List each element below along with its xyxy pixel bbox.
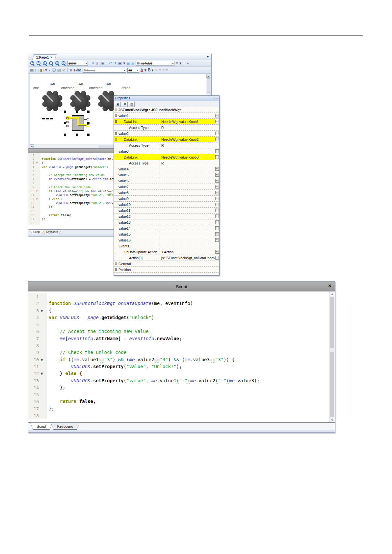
properties-title-bar[interactable]: Properties ▫ × <box>114 96 219 101</box>
pane-menu-arrow-icon[interactable]: ▼ <box>206 55 209 59</box>
property-value[interactable] <box>160 131 215 136</box>
property-name[interactable]: DataLink <box>114 137 160 142</box>
align-left-icon[interactable]: ≡ <box>159 68 161 72</box>
property-value[interactable] <box>160 225 215 231</box>
add-button[interactable]: + <box>215 232 219 236</box>
expand-icon[interactable]: ⊞ <box>115 268 117 271</box>
code-text[interactable]: // Check the unlock code <box>47 349 126 356</box>
tab-keyboard[interactable]: Keyboard <box>42 230 62 234</box>
code-text[interactable]: var vUNLOCK = page.getWidget("unlock") <box>47 314 154 321</box>
property-name[interactable]: DataLink <box>114 154 160 160</box>
more-tools-icon[interactable]: » <box>186 61 189 65</box>
vertical-scroll-thumb[interactable] <box>207 78 210 93</box>
add-button[interactable]: + <box>215 209 219 212</box>
remove-button[interactable]: - <box>215 138 219 141</box>
add-button[interactable]: + <box>215 167 219 171</box>
code-text[interactable]: // Check the unlock code <box>40 185 91 189</box>
property-value[interactable]: NeedleWgt.value:Knob2 <box>160 137 215 142</box>
property-value[interactable]: NeedleWgt.value:Knob3 <box>160 154 215 160</box>
selection-handle[interactable] <box>87 122 90 124</box>
code-text[interactable] <box>40 153 42 157</box>
property-value[interactable]: R <box>160 125 215 130</box>
add-button[interactable]: + <box>215 226 219 230</box>
fold-icon[interactable]: ∨ <box>41 307 47 314</box>
property-value[interactable] <box>160 243 215 249</box>
code-text[interactable]: }; <box>40 205 52 209</box>
property-value[interactable] <box>160 178 215 184</box>
property-name[interactable]: JSFunctBlockWgt : JSFunctBlockWgt <box>114 107 219 113</box>
add-button[interactable]: + <box>215 220 219 224</box>
add-property-icon[interactable]: ⊞ <box>122 102 128 107</box>
property-name[interactable]: value3 <box>114 148 160 154</box>
close-icon[interactable]: × <box>216 97 218 100</box>
remove-button[interactable]: - <box>215 155 219 159</box>
font-family-combo[interactable]: Tahoma▾ <box>83 68 126 73</box>
code-text[interactable] <box>47 412 49 419</box>
zoom-area-icon[interactable]: ▭ <box>55 61 60 66</box>
property-value[interactable] <box>160 190 215 195</box>
zoom-dynamic-icon[interactable]: ↺ <box>61 61 66 66</box>
property-name[interactable]: value13 <box>114 219 160 225</box>
resize-widget-icon[interactable]: + <box>183 61 185 65</box>
fill-color-icon[interactable]: ◧ <box>40 68 44 72</box>
code-text[interactable]: // Accept the incoming new value <box>47 328 148 335</box>
align-combo-icon[interactable]: ≡ <box>176 61 178 65</box>
property-value[interactable] <box>160 184 215 189</box>
code-text[interactable] <box>47 293 49 300</box>
property-value[interactable] <box>160 237 215 243</box>
property-name[interactable]: Action[0] <box>114 255 160 261</box>
code-text[interactable]: var vUNLOCK = page.getWidget("unlock") <box>40 165 108 169</box>
zoom-out-icon[interactable]: − <box>36 61 41 66</box>
property-value[interactable] <box>160 196 215 201</box>
property-name[interactable]: value12 <box>114 214 160 219</box>
code-text[interactable]: return false; <box>47 398 96 405</box>
add-button[interactable]: + <box>215 238 219 242</box>
zoom-in-icon[interactable]: + <box>30 61 35 66</box>
field-combo[interactable]: ▤#1 field1▾ <box>136 61 174 66</box>
remove-button[interactable]: - <box>215 256 219 260</box>
property-name[interactable]: value2 <box>114 131 160 136</box>
expand-icon[interactable]: ⊞ <box>115 262 117 265</box>
property-name[interactable]: Access Type <box>114 142 160 148</box>
selection-handle[interactable] <box>76 134 78 136</box>
close-icon[interactable]: × <box>328 283 331 289</box>
code-text[interactable]: function JSFunctBlockWgt_onDataUpdate(me… <box>47 300 193 307</box>
code-text[interactable]: { <box>40 161 43 165</box>
code-text[interactable]: vUNLOCK.setProperty("value", "Unlock!"); <box>40 193 125 197</box>
property-value[interactable]: NeedleWgt.value:Knob1 <box>160 119 215 124</box>
property-value[interactable] <box>160 113 215 118</box>
info-icon[interactable]: ⓘ <box>52 68 56 72</box>
property-name[interactable]: value1 <box>114 113 160 118</box>
collapse-icon[interactable]: ⊟ <box>115 108 117 112</box>
add-button[interactable]: + <box>215 173 219 177</box>
fold-icon[interactable]: ∨ <box>36 161 40 165</box>
shape-icon[interactable]: ▢ <box>35 68 39 72</box>
property-name[interactable]: value8 <box>114 190 160 195</box>
code-text[interactable] <box>47 391 49 398</box>
property-value[interactable] <box>160 202 215 207</box>
fold-icon[interactable]: ∨ <box>41 356 47 363</box>
collapse-icon[interactable]: ⊟ <box>115 114 117 117</box>
property-value[interactable]: 1 Action <box>160 249 215 255</box>
code-text[interactable]: vUNLOCK.setProperty("value", me.value1+"… <box>47 377 260 384</box>
code-text[interactable]: } else { <box>47 370 82 377</box>
property-value[interactable] <box>160 172 215 178</box>
property-name[interactable]: General <box>114 261 160 266</box>
add-button[interactable]: + <box>215 214 219 218</box>
show-all-properties-icon[interactable]: ▣ <box>115 102 121 107</box>
collapse-icon[interactable]: ⊟ <box>115 138 117 141</box>
collapse-icon[interactable]: ⊟ <box>115 250 117 254</box>
categorized-view-icon[interactable]: ▤ <box>129 102 135 107</box>
selection-handle[interactable] <box>64 111 66 113</box>
arrange-order-icon[interactable]: ▣ <box>118 61 122 65</box>
property-value[interactable] <box>160 208 215 213</box>
code-text[interactable]: if ((me.value1=="3") && (me.value2=="3")… <box>47 356 235 363</box>
property-value[interactable] <box>160 231 215 237</box>
property-value[interactable] <box>160 166 215 172</box>
layer-back-icon[interactable]: ≣ <box>131 61 134 65</box>
tab-page1[interactable]: 1:Page1 × <box>32 54 56 60</box>
fold-icon[interactable]: ∨ <box>36 189 40 193</box>
property-value[interactable]: js:JSFunctBlockWgt_onDataUpdate() <box>160 255 215 261</box>
property-name[interactable]: OnDataUpdate Action <box>114 249 160 255</box>
add-button[interactable]: + <box>215 149 219 153</box>
